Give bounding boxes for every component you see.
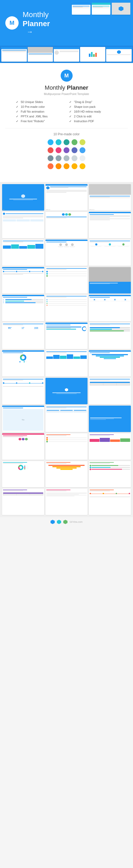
slide-thumb-17	[45, 322, 88, 349]
thumb-1	[1, 47, 27, 62]
slide-thumb-2: With icon	[45, 184, 88, 211]
slide-thumb-7	[2, 240, 44, 266]
color-dot-16	[48, 163, 53, 169]
slide-thumb-26	[45, 406, 88, 432]
color-dot-5	[80, 139, 85, 145]
main-logo-icon: M	[61, 70, 73, 82]
feature-1: ✓ 50 Unique Slides	[16, 100, 64, 103]
check-icon-6: ✓	[69, 110, 72, 113]
slide-thumb-30	[89, 433, 131, 460]
color-dot-15	[80, 155, 85, 161]
slide-thumb-15	[89, 295, 131, 321]
slides-section: Title With icon	[0, 182, 133, 517]
feature-3: ✓ 10 Pre-made color	[16, 105, 64, 108]
color-palette-section: 10 Pre-made color	[5, 128, 128, 175]
watermark-text: GFXtra.com	[70, 521, 83, 523]
check-icon-4: ✓	[69, 105, 72, 108]
slide-thumb-14: 01 02 03	[45, 295, 88, 321]
color-row-1	[11, 139, 122, 145]
check-icon-10: ✓	[69, 120, 72, 123]
color-dot-20	[80, 163, 85, 169]
check-icon-5: ✓	[16, 110, 19, 113]
slide-thumb-1: Title	[2, 184, 44, 211]
footer-hex-2	[57, 520, 61, 524]
slide-thumb-8	[45, 240, 88, 266]
mini-slide-2	[92, 3, 110, 15]
preview-thumbnails-row	[0, 45, 133, 63]
slide-thumb-6	[89, 212, 131, 238]
color-dot-19	[72, 163, 77, 169]
color-dot-1	[48, 139, 53, 145]
slide-thumb-32	[45, 461, 88, 488]
feature-6: ✓ 16/9 HD retina ready	[69, 110, 117, 113]
slide-thumb-3: With photo	[89, 184, 131, 211]
main-subtitle: Multipurpose PowerPoint Template	[5, 92, 128, 95]
slide-thumb-25: Map	[2, 406, 44, 432]
features-grid: ✓ 50 Unique Slides ✓ "Drag & Drop" ✓ 10 …	[16, 100, 117, 123]
color-dot-3	[63, 139, 70, 145]
feature-2: ✓ "Drag & Drop"	[69, 100, 117, 103]
color-dot-4	[72, 139, 77, 145]
feature-10: ✓ Instruction PDF	[69, 120, 117, 123]
color-dot-12	[56, 155, 61, 161]
slide-thumb-24	[89, 378, 131, 404]
slide-thumb-18	[89, 322, 131, 349]
slide-thumb-4	[2, 212, 44, 238]
watermark-footer: GFXtra.com	[0, 517, 133, 527]
slide-thumb-5	[45, 212, 88, 238]
color-dot-7	[56, 147, 61, 153]
slide-thumb-9	[89, 240, 131, 266]
color-row-4	[11, 163, 122, 169]
feature-9: ✓ Free font "Roboto"	[16, 120, 64, 123]
slide-thumb-20	[45, 350, 88, 377]
check-icon-7: ✓	[16, 115, 19, 118]
mini-slide-1	[72, 3, 90, 15]
slide-thumb-22	[2, 378, 44, 404]
thumb-4	[80, 47, 105, 62]
slide-thumb-23	[45, 378, 88, 404]
header-section: M Monthly Planner →	[0, 0, 133, 45]
slide-thumb-21	[89, 350, 131, 377]
feature-8: ✓ 2 Click to edit	[69, 115, 117, 118]
main-info-section: M Monthly Planner Multipurpose PowerPoin…	[0, 63, 133, 182]
mini-slide-3	[112, 3, 130, 15]
color-dot-8	[63, 147, 70, 153]
check-icon-9: ✓	[16, 120, 19, 123]
slide-thumb-36	[89, 489, 131, 515]
header-arrow: →	[27, 28, 33, 35]
thumb-2	[28, 47, 53, 62]
color-dot-6	[48, 147, 53, 153]
slide-thumb-19	[2, 350, 44, 377]
check-icon-3: ✓	[16, 105, 19, 108]
color-dot-18	[63, 163, 70, 169]
thumb-5	[106, 47, 132, 62]
color-dot-11	[48, 155, 53, 161]
slide-thumb-11: 1 2 3	[45, 267, 88, 293]
feature-4: ✓ Shape icon pack	[69, 105, 117, 108]
header-title: Monthly Planner	[23, 10, 50, 28]
slide-thumb-35	[45, 489, 88, 515]
header-logo: M	[5, 16, 18, 30]
slide-thumb-27	[89, 406, 131, 432]
slide-thumb-13: 01 02 03	[2, 295, 44, 321]
thumb-3	[54, 47, 79, 62]
header-title-block: Monthly Planner →	[23, 10, 50, 35]
color-dot-9	[72, 147, 77, 153]
color-row-2	[11, 147, 122, 153]
slide-thumb-12	[89, 267, 131, 293]
main-title: Monthly Planner	[5, 84, 128, 91]
footer-hex-1	[50, 520, 55, 524]
header-preview-slides	[72, 3, 130, 15]
feature-5: ✓ Full/ No animation	[16, 110, 64, 113]
slide-thumb-29	[45, 433, 88, 460]
slide-thumb-28	[2, 433, 44, 460]
footer-hex-3	[63, 520, 68, 524]
slide-thumb-33	[89, 461, 131, 488]
check-icon-8: ✓	[69, 115, 72, 118]
slide-thumb-34	[2, 489, 44, 515]
slide-thumb-16: 95° 17 153	[2, 322, 44, 349]
slide-thumb-10	[2, 267, 44, 293]
slide-thumb-31	[2, 461, 44, 488]
feature-7: ✓ PPTX and .XML files	[16, 115, 64, 118]
color-row-3	[11, 155, 122, 161]
